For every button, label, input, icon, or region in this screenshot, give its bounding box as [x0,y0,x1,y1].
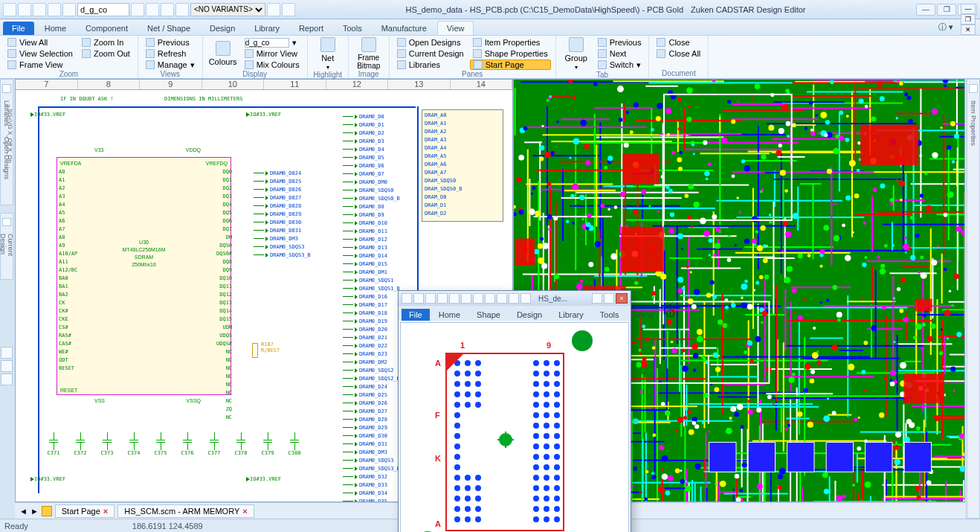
bga-pad[interactable] [554,371,560,376]
bga-pad[interactable] [475,506,481,512]
popup-canvas[interactable]: 1 9 A F K A [400,322,629,532]
bga-pad[interactable] [454,464,460,470]
views-manage-button[interactable]: Manage ▾ [143,60,198,70]
bga-pad[interactable] [533,516,539,522]
bga-pad[interactable] [533,485,539,491]
popup-tab-design[interactable]: Design [509,309,549,321]
popup-tool-icon[interactable] [461,293,471,304]
qat-dropdown-icon[interactable] [131,3,144,16]
popup-save-icon[interactable] [413,293,424,304]
bga-pad[interactable] [554,485,560,491]
scm-tab[interactable]: HS_SCM.scm - ARM MEMORY× [117,504,254,518]
view-all-button[interactable]: View All [4,37,76,48]
bga-pad[interactable] [454,381,460,387]
bga-pad[interactable] [475,391,481,397]
popup-tab-view[interactable]: View [628,309,660,321]
capacitor[interactable]: C375 [152,432,169,456]
tab-next-button[interactable]: Next [595,48,645,59]
qat-tool5-icon[interactable] [282,3,295,16]
bga-pad[interactable] [544,443,549,449]
ribbon-help-icon[interactable]: ⓘ ▾ [932,19,959,35]
bga-pad[interactable] [533,496,539,501]
schematic-chip[interactable]: V33 VDDQ VREFDA VREFDQ U30 MT48LC256M16M… [57,157,231,395]
bga-pad[interactable] [475,360,481,366]
bga-pad[interactable] [465,371,471,376]
popup-tool-icon[interactable] [520,293,531,304]
undo-icon[interactable] [33,3,46,16]
bga-pad[interactable] [454,412,460,418]
vtool3-icon[interactable] [1,374,13,385]
bga-pad[interactable] [554,402,560,408]
side-tab-left-lower[interactable]: Current Design [0,213,13,280]
popup-tool-icon[interactable] [449,293,460,304]
maximize-button[interactable]: ❐ [937,4,956,16]
bga-pad[interactable] [533,412,539,418]
mix-colours-button[interactable]: Mix Colours [242,60,303,70]
start-page-button[interactable]: Start Page [470,60,551,70]
mdi-minimize-button[interactable]: — [961,4,976,14]
tab-net-shape[interactable]: Net / Shape [138,22,199,35]
bga-pad[interactable] [554,475,560,481]
search-icon[interactable] [62,3,76,16]
qat-tool4-icon[interactable] [267,3,280,16]
doc-close-button[interactable]: Close [654,37,703,48]
bga-pad[interactable] [544,402,549,408]
capacitor[interactable]: C379 [259,432,276,456]
bga-pad[interactable] [465,516,471,522]
save-icon[interactable] [18,3,31,16]
tab-home[interactable]: Home [36,22,75,35]
bga-pad[interactable] [544,360,549,366]
bga-pad[interactable] [554,391,560,397]
bga-pad[interactable] [533,391,539,397]
side-tab-right[interactable]: Item Properties [967,79,980,519]
bga-pad[interactable] [544,412,549,418]
bga-pad[interactable] [533,506,539,512]
bga-pad[interactable] [475,475,481,481]
bga-pad[interactable] [454,475,460,481]
resistor[interactable] [252,343,258,358]
bga-pad[interactable] [533,371,539,376]
bga-pad[interactable] [554,381,560,387]
popup-tab-home[interactable]: Home [431,309,468,321]
frame-view-button[interactable]: Frame View [4,60,76,70]
bga-pad[interactable] [465,402,471,408]
bga-pad[interactable] [554,423,560,429]
zoom-out-button[interactable]: Zoom Out [79,48,133,59]
popup-tool-icon[interactable] [509,293,519,304]
popup-tab-library[interactable]: Library [551,309,591,321]
bga-pad[interactable] [554,360,560,366]
capacitor[interactable]: C374 [126,432,142,456]
bga-pad[interactable] [475,381,481,387]
display-search-input[interactable]: ▾ [242,37,303,48]
bga-pad[interactable] [544,475,549,481]
popup-help-icon[interactable]: ♡ ⓘ [662,297,679,321]
tab-library[interactable]: Library [245,22,288,35]
item-properties-button[interactable]: Item Properties [470,37,551,48]
bga-pad[interactable] [454,391,460,397]
tab-previous-button[interactable]: Previous [595,37,645,48]
current-design-button[interactable]: Current Design [394,48,467,59]
open-designs-button[interactable]: Open Designs [394,37,467,48]
popup-app-icon[interactable] [402,293,412,304]
bga-pad[interactable] [554,433,560,439]
capacitor[interactable]: C377 [206,432,222,456]
bga-pad[interactable] [454,402,460,408]
bga-pad[interactable] [544,516,549,522]
bga-pad[interactable] [533,475,539,481]
tab-tools[interactable]: Tools [334,22,371,35]
vtool2-icon[interactable] [1,360,13,372]
vtool1-icon[interactable] [1,347,13,359]
bga-pad[interactable] [454,516,460,522]
bga-pad[interactable] [533,454,539,460]
bga-pad[interactable] [454,454,460,460]
view-selection-button[interactable]: View Selection [4,48,76,59]
tab-report[interactable]: Report [290,22,332,35]
bga-pad[interactable] [465,475,471,481]
bga-pad[interactable] [554,506,560,512]
capacitor[interactable]: C376 [179,432,196,456]
bga-pad[interactable] [533,423,539,429]
tab-design[interactable]: Design [201,22,244,35]
qat-tool2-icon[interactable] [161,3,174,16]
bga-pad[interactable] [454,423,460,429]
bga-pad[interactable] [454,485,460,491]
